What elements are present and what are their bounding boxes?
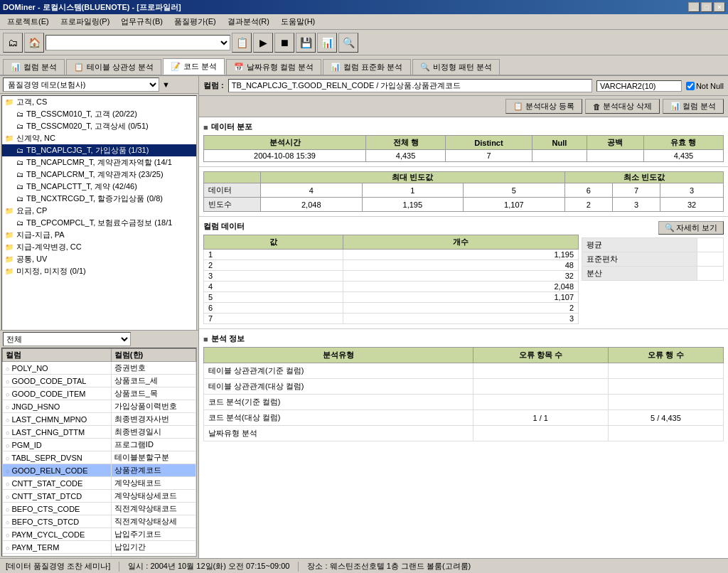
tree-item-0[interactable]: 📁고객, CS xyxy=(2,96,196,108)
tree-item-1[interactable]: 🗂TB_CSSCM010_T, 고객 (20/22) xyxy=(2,108,196,120)
menu-results[interactable]: 결과분석(R) xyxy=(223,15,274,28)
col-kor-cell: 계약상태코드 xyxy=(111,477,196,490)
col-table-row-9[interactable]: ○ CNTT_STAT_CODE계약상태코드 xyxy=(3,477,196,490)
notnull-checkbox[interactable] xyxy=(686,82,695,90)
menu-quality[interactable]: 품질평가(E) xyxy=(170,15,220,28)
analysis-err-rows xyxy=(608,363,723,379)
status-text-1: [데이터 품질경영 조찬 세미나] xyxy=(6,561,110,572)
tree-item-13[interactable]: 📁공통, UV xyxy=(2,253,196,265)
tree-item-icon: 🗂 xyxy=(16,122,23,130)
tree-item-6[interactable]: 🗂TB_NCAPLCRM_T, 계약관계자 (23/25) xyxy=(2,168,196,181)
tab-table-correlation[interactable]: 📋 테이블 상관성 분석 xyxy=(66,59,161,75)
menu-profiling[interactable]: 프로파일링(P) xyxy=(56,15,114,28)
toolbar-combo[interactable] xyxy=(46,35,230,50)
register-button[interactable]: 📋 분석대상 등록 xyxy=(505,99,582,114)
right-scrollable[interactable]: ■ 데이터 분포 분석시간 전체 행 Distinct Null 공백 유효 행 xyxy=(199,117,728,558)
analysis-err-items xyxy=(473,363,608,379)
col-name-cell: ○ PAYM_TERM xyxy=(3,541,112,554)
toolbar-btn-stop[interactable]: ⏹ xyxy=(274,33,294,53)
main-content: 품질경영 데모(보험사) ▼ 📁고객, CS🗂TB_CSSCM010_T, 고객… xyxy=(0,76,728,558)
col-table-row-14[interactable]: ○ PAYM_TERM납입기간 xyxy=(3,541,196,554)
tab-date-column[interactable]: 📅 날짜유형 컬럼 분석 xyxy=(226,59,321,75)
tab-column-standard[interactable]: 📊 컬럼 표준화 분석 xyxy=(323,59,410,75)
toolbar-btn-6[interactable]: 📊 xyxy=(317,33,337,53)
tree-item-14[interactable]: 📁미지정, 미지정 (0/1) xyxy=(2,265,196,277)
tree-item-3[interactable]: 📁신계약, NC xyxy=(2,132,196,144)
minimize-button[interactable]: _ xyxy=(688,2,700,12)
tab-pattern-analysis[interactable]: 🔍 비정형 패턴 분석 xyxy=(412,59,500,75)
col-table-row-6[interactable]: ○ PGM_ID프로그램ID xyxy=(3,439,196,451)
col-table-row-3[interactable]: ○ JNGD_HSNO가입상품이력번호 xyxy=(3,400,196,413)
col-notnull: Not Null xyxy=(686,82,724,90)
analyze-button[interactable]: 📊 컬럼 분석 xyxy=(663,99,724,114)
tab-column-analysis-icon: 📊 xyxy=(11,63,21,72)
col-path-label: 컬럼 : xyxy=(203,80,224,91)
col-table-row-15[interactable]: ○ REAL_PAYM_TERM실납입기간 xyxy=(3,554,196,557)
col-kor-cell: 납입주기코드 xyxy=(111,528,196,541)
freq-data-4: 6 xyxy=(564,183,612,198)
col-table-row-13[interactable]: ○ PAYM_CYCL_CODE납입주기코드 xyxy=(3,528,196,541)
menu-help[interactable]: 도움말(H) xyxy=(277,15,319,28)
col-kor-cell: 가입상품이력번호 xyxy=(111,400,196,413)
val-header-value: 값 xyxy=(204,235,343,250)
analysis-err-rows xyxy=(608,426,723,441)
col-table-row-10[interactable]: ○ CNTT_STAT_DTCD계약상태상세코드 xyxy=(3,490,196,503)
tree-item-label: 공통, UV xyxy=(16,254,47,264)
col-table-row-12[interactable]: ○ BEFO_CTS_DTCD직전계약상태상세 xyxy=(3,515,196,528)
toolbar-btn-search[interactable]: 🔍 xyxy=(338,33,358,53)
count-cell: 3 xyxy=(343,314,578,324)
tree-item-icon: 🗂 xyxy=(16,110,23,118)
dist-val-total: 4,435 xyxy=(366,150,446,162)
col-table-row-4[interactable]: ○ LAST_CHMN_MPNO최종변경자사번 xyxy=(3,413,196,426)
tab-column-analysis[interactable]: 📊 컬럼 분석 xyxy=(3,59,65,75)
app-title: DOMiner - 로컬시스템(BLUENOTE) - [프로파일러] xyxy=(3,2,181,13)
tab-code-icon: 📝 xyxy=(171,62,181,71)
close-button[interactable]: × xyxy=(714,2,725,12)
tree-item-label: 요금, CP xyxy=(16,205,47,216)
menu-project[interactable]: 프로젝트(E) xyxy=(3,15,53,28)
menu-business[interactable]: 업무규칙(B) xyxy=(117,15,167,28)
toolbar-btn-play[interactable]: ▶ xyxy=(253,33,273,53)
status-bar: [데이터 품질경영 조찬 세미나] 일시 : 2004년 10월 12일(화) … xyxy=(0,558,728,573)
tree-item-8[interactable]: 🗂TB_NCXTRCGD_T, 할증가입상품 (0/8) xyxy=(2,193,196,205)
tree-area[interactable]: 📁고객, CS🗂TB_CSSCM010_T, 고객 (20/22)🗂TB_CSS… xyxy=(1,95,197,331)
tree-item-4[interactable]: 🗂TB_NCAPLCJG_T, 가입상품 (1/31) xyxy=(2,144,196,156)
toolbar-btn-2[interactable]: 🏠 xyxy=(24,33,44,53)
col-name-cell: ○ TABL_SEPR_DVSN xyxy=(3,451,112,464)
tree-combo[interactable]: 품질경영 데모(보험사) xyxy=(3,77,159,92)
detail-button[interactable]: 🔍 자세히 보기 xyxy=(658,221,724,235)
count-cell: 1,107 xyxy=(343,292,578,303)
col-table-row-1[interactable]: ○ GOOD_CODE_DTAL상품코드_세 xyxy=(3,375,196,387)
col-table-row-0[interactable]: ○ POLY_NO증권번호 xyxy=(3,362,196,375)
column-table-wrapper[interactable]: 컬럼 컬럼(한) ○ POLY_NO증권번호○ GOOD_CODE_DTAL상품… xyxy=(1,348,197,557)
toolbar-btn-5[interactable]: 💾 xyxy=(296,33,316,53)
col-table-row-11[interactable]: ○ BEFO_CTS_CODE직전계약상태코드 xyxy=(3,503,196,515)
col-table-row-7[interactable]: ○ TABL_SEPR_DVSN테이블분할구분 xyxy=(3,451,196,464)
delete-button[interactable]: 🗑 분석대상 삭제 xyxy=(585,99,660,114)
tree-item-10[interactable]: 🗂TB_CPCOMPCL_T, 보험료수금정보 (18/1 xyxy=(2,217,196,229)
tab-code-analysis[interactable]: 📝 코드 분석 xyxy=(163,58,225,75)
col-name-cell: ○ PGM_ID xyxy=(3,439,112,451)
tree-item-12[interactable]: 📁지급-계약변경, CC xyxy=(2,241,196,253)
tree-item-2[interactable]: 🗂TB_CSSCM020_T, 고객상세 (0/51) xyxy=(2,120,196,132)
tree-item-11[interactable]: 📁지급-지급, PA xyxy=(2,229,196,241)
col-table-row-2[interactable]: ○ GOOD_CODE_ITEM상품코드_목 xyxy=(3,387,196,400)
maximize-button[interactable]: □ xyxy=(701,2,712,12)
toolbar-btn-1[interactable]: 🗂 xyxy=(3,33,23,53)
val-row-3: 42,048 xyxy=(204,282,579,292)
right-panel: 컬럼 : TB_NCAPLCJG_T.GOOD_RELN_CODE / 가입상품… xyxy=(199,76,728,558)
detail-icon: 🔍 xyxy=(665,223,675,232)
toolbar-btn-3[interactable]: 📋 xyxy=(232,33,252,53)
tree-item-7[interactable]: 🗂TB_NCAPLCTT_T, 계약 (42/46) xyxy=(2,181,196,193)
tree-item-5[interactable]: 🗂TB_NCAPLCMR_T, 계약관계자역할 (14/1 xyxy=(2,156,196,168)
col-table-row-8[interactable]: ○ GOOD_RELN_CODE상품관계코드 xyxy=(3,464,196,477)
col-table-row-5[interactable]: ○ LAST_CHNG_DTTM최종변경일시 xyxy=(3,426,196,439)
freq-count-5: 3 xyxy=(612,198,660,212)
col-data-header: 컬럼 데이터 xyxy=(203,221,579,232)
tree-item-9[interactable]: 📁요금, CP xyxy=(2,205,196,217)
status-text-3: 장소 : 웨스틴조선호텔 1층 그랜드 볼룸(고려룸) xyxy=(307,561,471,572)
column-filter-combo[interactable]: 전체 xyxy=(3,332,131,346)
detail-btn-container: 🔍 자세히 보기 xyxy=(582,221,724,235)
title-bar-buttons: _ □ × xyxy=(688,2,725,12)
left-panel: 품질경영 데모(보험사) ▼ 📁고객, CS🗂TB_CSSCM010_T, 고객… xyxy=(0,76,199,558)
